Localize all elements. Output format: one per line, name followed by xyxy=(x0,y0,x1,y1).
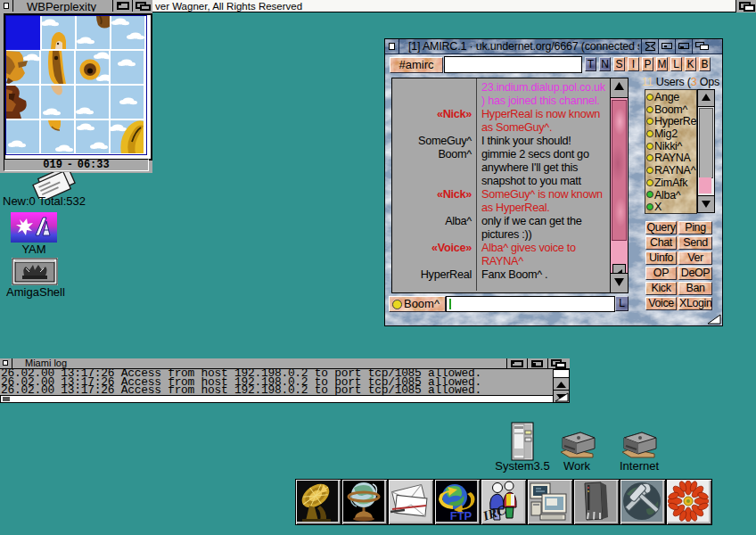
svg-text:FTP: FTP xyxy=(450,509,472,522)
